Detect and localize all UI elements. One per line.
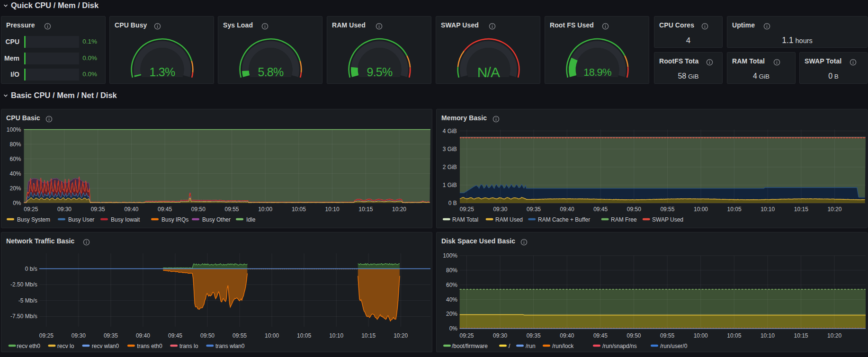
svg-text:0%: 0% [13,200,21,206]
svg-text:09:40: 09:40 [560,206,574,213]
svg-text:09:45: 09:45 [168,332,182,339]
svg-text:09:25: 09:25 [24,206,38,213]
svg-text:09:50: 09:50 [191,206,206,213]
svg-text:/run/lock: /run/lock [552,343,574,349]
svg-text:Busy User: Busy User [68,216,94,223]
svg-text:100%: 100% [443,252,457,259]
svg-text:09:30: 09:30 [57,206,72,213]
svg-text:Busy Iowait: Busy Iowait [111,216,140,223]
svg-text:10:05: 10:05 [727,206,742,213]
svg-text:09:55: 09:55 [660,206,674,213]
svg-text:09:40: 09:40 [560,332,574,339]
svg-text:-7.50 Mb/s: -7.50 Mb/s [10,313,37,320]
svg-text:09:50: 09:50 [200,332,215,339]
svg-text:80%: 80% [9,141,21,148]
svg-text:recv lo: recv lo [57,343,74,349]
svg-text:09:30: 09:30 [493,332,507,339]
svg-text:N/A: N/A [477,64,500,80]
svg-text:09:40: 09:40 [124,206,138,213]
svg-text:/: / [509,343,510,349]
svg-text:Busy Other: Busy Other [202,216,231,223]
svg-text:Idle: Idle [246,216,256,223]
svg-text:trans eth0: trans eth0 [137,343,162,349]
svg-text:0 B: 0 B [448,200,457,206]
svg-text:/run/user/0: /run/user/0 [660,343,688,349]
svg-text:20%: 20% [9,185,21,192]
svg-text:09:45: 09:45 [158,206,172,213]
svg-text:18.9%: 18.9% [583,66,611,78]
svg-text:20%: 20% [446,311,457,317]
svg-text:recv wlan0: recv wlan0 [92,343,119,349]
svg-text:09:45: 09:45 [593,332,608,339]
svg-text:trans lo: trans lo [179,343,198,349]
svg-text:10:15: 10:15 [794,206,808,213]
svg-text:9.5%: 9.5% [367,65,393,79]
svg-text:09:35: 09:35 [527,206,541,213]
svg-text:60%: 60% [446,282,457,288]
svg-text:10:20: 10:20 [827,332,841,339]
svg-text:5.8%: 5.8% [258,65,284,79]
svg-text:SWAP Used: SWAP Used [652,216,683,223]
svg-text:09:35: 09:35 [91,206,105,213]
svg-text:09:25: 09:25 [39,332,54,339]
svg-text:/run/snapd/ns: /run/snapd/ns [602,343,637,349]
svg-text:RAM Used: RAM Used [495,216,523,223]
svg-text:10:10: 10:10 [325,206,340,213]
svg-text:2 GiB: 2 GiB [443,164,457,170]
svg-text:09:40: 09:40 [136,332,150,339]
svg-text:RAM Total: RAM Total [452,216,478,223]
svg-text:09:35: 09:35 [527,332,541,339]
svg-text:0 b/s: 0 b/s [25,266,37,272]
svg-text:09:55: 09:55 [233,332,247,339]
svg-text:10:00: 10:00 [265,332,279,339]
svg-text:100%: 100% [7,126,21,133]
svg-text:40%: 40% [446,296,457,303]
svg-text:RAM Free: RAM Free [611,216,637,223]
svg-text:10:00: 10:00 [694,206,708,213]
svg-text:09:55: 09:55 [660,332,674,339]
svg-text:09:30: 09:30 [72,332,86,339]
svg-text:3 GiB: 3 GiB [443,146,457,152]
svg-text:1.3%: 1.3% [150,65,175,79]
svg-text:10:20: 10:20 [827,206,841,213]
svg-text:-5 Mb/s: -5 Mb/s [18,297,37,304]
svg-text:09:25: 09:25 [459,332,474,339]
svg-text:10:10: 10:10 [761,206,775,213]
svg-text:Busy System: Busy System [17,216,50,223]
svg-text:10:05: 10:05 [727,332,741,339]
svg-text:09:30: 09:30 [493,206,507,213]
svg-text:10:05: 10:05 [292,206,306,213]
svg-text:40%: 40% [9,170,21,177]
svg-text:/boot/firmware: /boot/firmware [452,343,488,349]
svg-text:10:00: 10:00 [694,332,708,339]
svg-text:09:25: 09:25 [460,206,474,213]
svg-text:1 GiB: 1 GiB [443,182,457,188]
svg-text:10:15: 10:15 [361,332,376,339]
svg-text:4 GiB: 4 GiB [443,128,457,134]
svg-text:09:55: 09:55 [224,206,239,213]
svg-text:10:10: 10:10 [329,332,343,339]
svg-text:09:45: 09:45 [593,206,608,213]
svg-text:Busy IRQs: Busy IRQs [161,216,188,223]
svg-text:10:20: 10:20 [392,206,406,213]
svg-text:10:00: 10:00 [258,206,272,213]
svg-text:RAM Cache + Buffer: RAM Cache + Buffer [538,216,590,223]
svg-text:09:50: 09:50 [627,206,641,213]
svg-text:80%: 80% [446,267,457,274]
svg-text:10:15: 10:15 [358,206,373,213]
svg-text:-2.50 Mb/s: -2.50 Mb/s [10,281,37,288]
svg-text:10:15: 10:15 [794,332,808,339]
svg-text:09:35: 09:35 [104,332,118,339]
svg-text:10:05: 10:05 [297,332,311,339]
svg-text:60%: 60% [9,156,21,162]
svg-text:/run: /run [526,343,536,349]
svg-text:10:20: 10:20 [394,332,408,339]
svg-text:09:50: 09:50 [626,332,641,339]
svg-text:0%: 0% [449,325,458,332]
svg-text:trans wlan0: trans wlan0 [215,343,245,349]
svg-text:recv eth0: recv eth0 [17,343,41,349]
svg-text:10:10: 10:10 [761,332,775,339]
